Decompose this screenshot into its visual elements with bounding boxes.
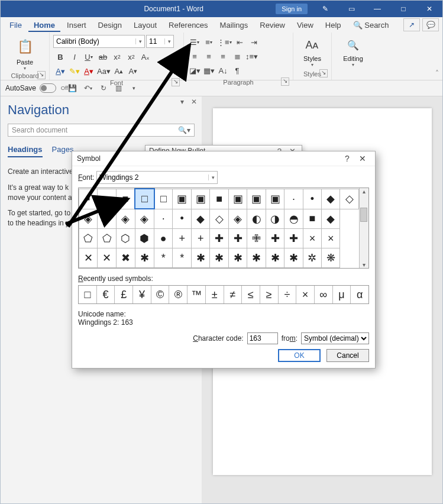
recent-symbol-cell[interactable]: × — [296, 286, 315, 303]
symbol-cell[interactable]: ✱ — [228, 248, 247, 268]
symbol-cell[interactable]: ▣ — [266, 189, 284, 209]
symbol-cell[interactable]: ◈ — [79, 209, 98, 229]
dialog-close-icon[interactable]: ✕ — [355, 154, 370, 163]
symbol-cell[interactable]: ◆ — [322, 189, 340, 209]
justify-button[interactable]: ≣ — [231, 50, 244, 63]
ink-icon[interactable]: ✎ — [312, 1, 338, 17]
bold-button[interactable]: B — [54, 50, 67, 63]
symbol-cell[interactable]: × — [303, 229, 321, 248]
close-button[interactable]: ✕ — [416, 1, 442, 17]
recent-symbol-cell[interactable]: ≥ — [260, 286, 279, 303]
italic-button[interactable]: I — [68, 50, 81, 63]
align-center-button[interactable]: ≡ — [202, 50, 215, 63]
clipboard-launcher[interactable]: ↘ — [37, 71, 46, 79]
menu-view[interactable]: View — [292, 18, 319, 32]
ribbon-display-icon[interactable]: ▭ — [338, 1, 364, 17]
font-family-combo[interactable]: ▾ — [53, 35, 145, 48]
symbol-cell[interactable]: ✕ — [79, 248, 98, 268]
symbol-cell[interactable]: ◐ — [247, 209, 266, 229]
symbol-cell[interactable]: ✚ — [228, 229, 247, 248]
symbol-cell[interactable]: ● — [154, 229, 173, 248]
multilevel-button[interactable]: ⋮≡▾ — [216, 35, 232, 49]
nav-close-icon[interactable]: ✕ — [191, 98, 197, 106]
symbol-cell[interactable]: × — [322, 229, 340, 248]
menu-home[interactable]: Home — [28, 18, 60, 32]
share-button[interactable]: ↗ — [403, 18, 420, 31]
symbol-cell[interactable]: • — [173, 209, 192, 229]
symbol-cell[interactable]: ◈ — [98, 209, 116, 229]
increase-indent-button[interactable]: ⇥ — [248, 35, 261, 49]
nav-search-input[interactable]: Search document 🔍▾ — [8, 124, 195, 137]
symbol-cell[interactable]: ◈ — [135, 209, 154, 229]
menu-review[interactable]: Review — [254, 18, 290, 32]
recent-symbol-cell[interactable]: ∞ — [315, 286, 333, 303]
nav-tab-headings[interactable]: Headings — [8, 145, 43, 157]
symbol-cell[interactable]: ✚ — [266, 229, 284, 248]
symbol-cell[interactable]: + — [191, 229, 210, 248]
symbol-cell[interactable]: ✙ — [247, 229, 266, 248]
symbol-cell[interactable]: ◈ — [228, 209, 247, 229]
symbol-cell[interactable]: ✱ — [191, 248, 210, 268]
menu-file[interactable]: File — [4, 18, 27, 32]
symbol-cell[interactable]: □ — [135, 189, 154, 209]
clear-formatting-button[interactable]: Aₓ — [139, 50, 152, 63]
symbol-cell[interactable]: ■ — [303, 209, 321, 229]
grow-font-button[interactable]: A▴ — [112, 64, 125, 77]
symbol-cell[interactable]: • — [303, 189, 321, 209]
symbol-cell[interactable]: ◇ — [340, 189, 358, 209]
recent-symbol-cell[interactable]: □ — [79, 286, 97, 303]
styles-button[interactable]: Aᴀ — [301, 35, 324, 54]
superscript-button[interactable]: x2 — [125, 50, 138, 63]
chevron-down-icon[interactable]: ▾ — [164, 38, 173, 44]
symbol-cell[interactable]: ⬡ — [116, 229, 135, 248]
scroll-up-icon[interactable]: ▴ — [363, 188, 366, 195]
menu-mailings[interactable]: Mailings — [215, 18, 254, 32]
decrease-indent-button[interactable]: ⇤ — [234, 35, 247, 49]
symbol-cell[interactable]: ✱ — [266, 248, 284, 268]
borders-button[interactable]: ▦▾ — [202, 64, 215, 77]
symbol-cell[interactable]: ◈ — [116, 209, 135, 229]
symbol-cell[interactable]: ✕ — [98, 248, 116, 268]
symbol-cell[interactable]: · — [284, 189, 303, 209]
sort-button[interactable]: A↓ — [216, 64, 229, 77]
charcode-input[interactable] — [247, 332, 278, 344]
dialog-font-combo[interactable]: ▾ — [96, 171, 218, 184]
recent-symbol-cell[interactable]: α — [351, 286, 368, 303]
change-case-button[interactable]: Aa▾ — [96, 64, 111, 77]
dialog-font-input[interactable] — [97, 172, 208, 183]
symbol-cell[interactable]: ✱ — [247, 248, 266, 268]
styles-launcher[interactable]: ↘ — [319, 69, 328, 77]
symbol-cell[interactable]: ▪ — [79, 189, 98, 209]
symbol-cell[interactable]: ❋ — [322, 248, 340, 268]
symbol-cell[interactable]: ■ — [98, 189, 116, 209]
maximize-button[interactable]: □ — [390, 1, 416, 17]
symbol-cell[interactable]: ⬢ — [135, 229, 154, 248]
subscript-button[interactable]: x2 — [111, 50, 124, 63]
recent-symbol-cell[interactable]: ® — [169, 286, 187, 303]
recent-symbol-cell[interactable]: μ — [333, 286, 351, 303]
symbol-cell[interactable]: ✱ — [284, 248, 303, 268]
line-spacing-button[interactable]: ↕≡▾ — [245, 50, 258, 63]
symbol-cell[interactable]: * — [154, 248, 173, 268]
font-family-input[interactable] — [54, 36, 135, 47]
nav-tab-pages[interactable]: Pages — [52, 145, 74, 157]
align-left-button[interactable]: ≡ — [188, 50, 201, 63]
symbol-scrollbar[interactable]: ▴ ▾ — [359, 188, 368, 268]
scroll-down-icon[interactable]: ▾ — [363, 261, 366, 268]
symbol-cell[interactable]: ✚ — [284, 229, 303, 248]
recent-symbol-cell[interactable]: ¥ — [133, 286, 151, 303]
paste-button[interactable]: 📋 — [14, 35, 36, 58]
symbol-cell[interactable]: ■ — [210, 189, 228, 209]
font-launcher[interactable]: ↘ — [172, 78, 180, 86]
menu-references[interactable]: References — [163, 18, 213, 32]
recent-symbol-cell[interactable]: ÷ — [279, 286, 297, 303]
highlight-button[interactable]: ✎▾ — [68, 64, 81, 77]
from-select[interactable]: Symbol (decimal) — [301, 332, 369, 344]
symbol-cell[interactable]: ◆ — [191, 209, 210, 229]
chevron-down-icon[interactable]: ▾ — [135, 38, 144, 44]
symbol-cell[interactable]: * — [173, 248, 192, 268]
symbol-cell[interactable]: ⬠ — [98, 229, 116, 248]
symbol-cell[interactable]: □ — [154, 189, 173, 209]
numbering-button[interactable]: ≡▾ — [202, 35, 215, 49]
symbol-cell[interactable]: ■ — [116, 189, 135, 209]
